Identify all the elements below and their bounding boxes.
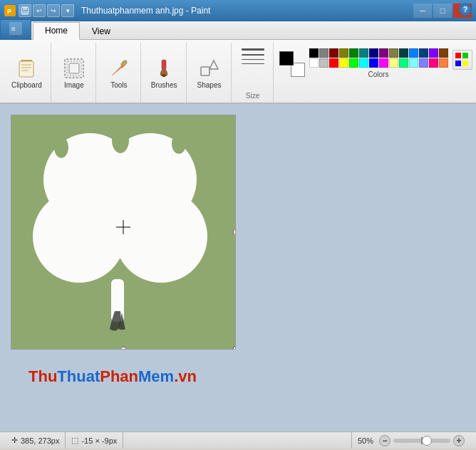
- color-cyan[interactable]: [359, 58, 368, 68]
- ribbon-group-brushes: Brushes: [143, 43, 187, 103]
- zoom-slider[interactable]: [393, 439, 450, 443]
- color-maroon[interactable]: [329, 48, 338, 58]
- color-gray[interactable]: [319, 48, 328, 58]
- size-btn[interactable]: [239, 47, 267, 66]
- wm-thuat: Thuat: [57, 367, 100, 385]
- color-purple[interactable]: [379, 48, 388, 58]
- zoom-section: 50% − +: [352, 432, 470, 449]
- foreground-color-box[interactable]: [279, 51, 294, 66]
- minimize-btn[interactable]: ─: [413, 4, 432, 18]
- help-btn[interactable]: ?: [459, 3, 472, 16]
- wm-phan: Phan: [100, 367, 138, 385]
- position-text: 385, 273px: [21, 436, 59, 445]
- tools-label: Tools: [110, 81, 127, 89]
- scroll-area[interactable]: ThuThuatPhanMem.vn: [0, 104, 476, 431]
- color-palette: Colors: [309, 48, 448, 78]
- edit-colors-btn[interactable]: [452, 50, 472, 70]
- tab-app-menu[interactable]: ≡: [0, 19, 31, 40]
- color-olive2[interactable]: [389, 48, 398, 58]
- svg-point-30: [112, 127, 129, 153]
- ribbon-group-tools: Tools: [98, 43, 141, 103]
- qa-undo-btn[interactable]: ↩: [33, 4, 46, 17]
- brushes-label: Brushes: [151, 81, 177, 89]
- paint-canvas[interactable]: [11, 115, 236, 350]
- svg-rect-3: [23, 7, 27, 10]
- color-orange[interactable]: [439, 58, 448, 68]
- svg-text:P: P: [7, 8, 11, 15]
- maximize-btn[interactable]: □: [433, 4, 452, 18]
- svg-rect-11: [21, 70, 29, 71]
- color-violet[interactable]: [429, 48, 438, 58]
- tab-home[interactable]: Home: [33, 22, 80, 40]
- resize-handle-bottom[interactable]: [121, 347, 126, 350]
- qa-save-btn[interactable]: [19, 4, 31, 17]
- ribbon-group-size: Size: [233, 43, 274, 103]
- resize-handle-right[interactable]: [233, 230, 236, 235]
- status-position: ✛ 385, 273px: [6, 432, 66, 449]
- colors-group-label: Colors: [309, 70, 448, 78]
- size-icon: [242, 48, 264, 64]
- color-olive[interactable]: [339, 48, 348, 58]
- color-blue[interactable]: [369, 58, 378, 68]
- color-teal[interactable]: [359, 48, 368, 58]
- status-selection: ⬚ -15 × -9px: [66, 432, 123, 449]
- color-brown[interactable]: [439, 48, 448, 58]
- position-icon: ✛: [11, 436, 18, 445]
- color-white[interactable]: [309, 58, 319, 68]
- color-dark-teal[interactable]: [399, 48, 408, 58]
- wm-thu: Thu: [29, 367, 57, 385]
- zoom-in-btn[interactable]: +: [453, 435, 465, 446]
- color-red[interactable]: [329, 58, 338, 68]
- zoom-thumb[interactable]: [422, 436, 432, 446]
- selection-text: -15 × -9px: [81, 436, 117, 445]
- zoom-level: 50%: [358, 436, 373, 445]
- color-blue2[interactable]: [409, 48, 418, 58]
- color-row-1: [309, 48, 448, 58]
- svg-point-32: [172, 134, 186, 154]
- qa-redo-btn[interactable]: ↪: [47, 4, 60, 17]
- tools-icon: [108, 57, 130, 80]
- svg-rect-20: [455, 53, 461, 58]
- svg-rect-9: [21, 64, 31, 66]
- color-green[interactable]: [349, 48, 358, 58]
- zoom-out-btn[interactable]: −: [379, 435, 390, 446]
- color-black[interactable]: [309, 48, 319, 58]
- color-light-yellow[interactable]: [389, 58, 398, 68]
- color-hot-pink[interactable]: [429, 58, 438, 68]
- ribbon-group-clipboard: Clipboard: [3, 43, 51, 103]
- color-row-2: [309, 58, 448, 68]
- brushes-btn[interactable]: Brushes: [148, 56, 180, 90]
- svg-rect-18: [201, 67, 209, 75]
- color-navy[interactable]: [369, 48, 378, 58]
- color-light-blue[interactable]: [419, 58, 428, 68]
- svg-marker-19: [209, 61, 218, 69]
- title-bar: P ↩ ↪ ▾ Thuthuatphanmem anh.jpg - Paint …: [0, 0, 476, 21]
- tools-btn[interactable]: Tools: [103, 56, 135, 90]
- svg-rect-4: [22, 11, 28, 14]
- color-silver[interactable]: [319, 58, 328, 68]
- shapes-icon: [198, 57, 221, 80]
- resize-handle-corner[interactable]: [233, 347, 236, 350]
- color-spring-green[interactable]: [399, 58, 408, 68]
- main-area: ThuThuatPhanMem.vn: [0, 104, 476, 431]
- image-btn[interactable]: Image: [58, 56, 90, 90]
- color-lime[interactable]: [349, 58, 358, 68]
- svg-rect-16: [162, 60, 166, 70]
- ribbon-group-colors: Colors: [275, 43, 474, 103]
- color-light-cyan[interactable]: [409, 58, 418, 68]
- clipboard-icon: [15, 57, 38, 80]
- svg-rect-12: [65, 59, 83, 78]
- svg-point-31: [54, 137, 68, 158]
- image-icon: [63, 57, 86, 80]
- svg-rect-14: [69, 63, 79, 73]
- clipboard-label: Clipboard: [11, 81, 42, 89]
- svg-rect-23: [462, 61, 468, 66]
- clipboard-btn[interactable]: Clipboard: [9, 56, 45, 90]
- color-yellow[interactable]: [339, 58, 348, 68]
- tab-view[interactable]: View: [80, 23, 123, 40]
- color-dark-blue[interactable]: [419, 48, 428, 58]
- qa-dropdown-btn[interactable]: ▾: [61, 4, 74, 17]
- shapes-btn[interactable]: Shapes: [194, 56, 225, 90]
- color-magenta[interactable]: [379, 58, 388, 68]
- clover-svg: [19, 119, 225, 340]
